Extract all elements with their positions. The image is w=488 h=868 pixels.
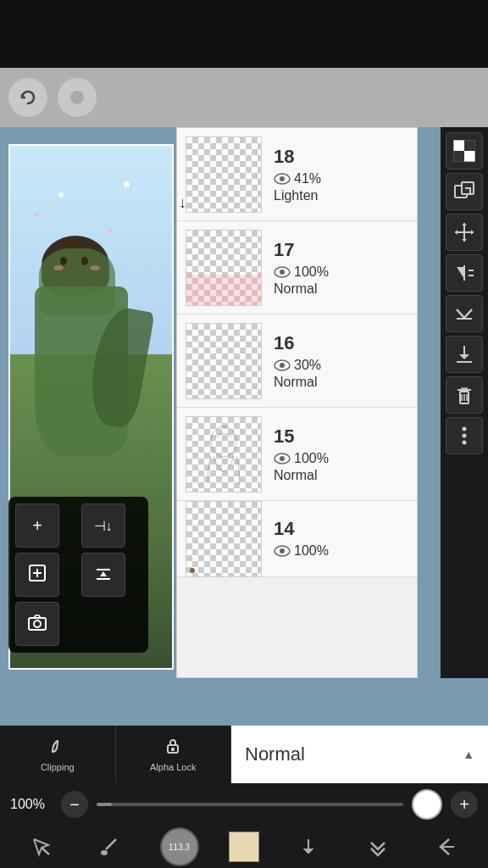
layer-thumbnail [186,230,262,306]
svg-point-14 [211,426,236,457]
plus-square-icon [27,563,47,587]
layer-row[interactable]: 15 100% Normal [177,408,417,501]
layer-thumbnail [186,136,262,213]
svg-line-44 [106,839,116,849]
dropdown-arrow-icon: ▲ [463,748,474,761]
svg-point-40 [463,441,467,445]
svg-rect-19 [453,140,464,151]
zoom-bar: 100% − + [0,783,488,826]
brush-size-value: 113.3 [169,843,190,852]
layer-opacity: 100% [294,451,329,466]
camera-icon [27,614,47,635]
alpha-lock-label: Alpha Lock [150,762,196,772]
plus-icon: + [32,516,42,536]
move-down-button[interactable] [289,830,328,864]
layer-number: 14 [274,518,413,540]
add-layer-button[interactable]: + [15,504,59,548]
zoom-percentage: 100% [10,797,53,812]
minus-icon: − [69,795,80,815]
layer-row[interactable]: 17 100% Normal [177,221,417,314]
clipping-button[interactable]: Clipping [0,726,116,783]
visibility-icon [274,453,291,465]
main-canvas-area: + ⊣↓ [0,127,488,788]
clipping-icon [48,737,67,760]
layer-opacity: 30% [294,358,321,373]
color-swatch-nav[interactable] [229,832,259,862]
layer-opacity: 100% [294,264,329,280]
svg-rect-20 [464,140,475,151]
layer-blend-mode: Normal [274,375,413,390]
toolbar-row [0,68,488,127]
color-swatch[interactable] [412,789,442,820]
left-tools-panel: + ⊣↓ [8,497,148,653]
flatten-icon [93,563,114,587]
layer-15-sketch [186,417,261,492]
bottom-nav: 113.3 [0,826,488,868]
delete-button[interactable] [446,376,483,414]
reference-button[interactable] [446,173,483,210]
svg-point-0 [70,91,84,104]
svg-point-16 [280,456,285,461]
visibility-icon [274,359,291,371]
checkerboard-button[interactable] [446,132,483,170]
brush-tool-button[interactable] [91,830,130,864]
layer-info: 14 100% [270,511,417,567]
layer-opacity: 100% [294,543,329,559]
svg-rect-42 [171,748,175,751]
camera-button[interactable] [15,602,59,646]
layer-info: 15 100% Normal [270,419,417,490]
plus-icon: + [459,795,469,815]
svg-point-18 [280,548,285,554]
selection-tool-button[interactable] [22,830,61,864]
layer-info: 17 100% Normal [270,232,417,303]
add-adjustment-button[interactable] [15,553,59,597]
top-black-bar [0,0,488,68]
back-button[interactable] [427,830,466,864]
right-tools-panel [441,127,488,678]
visibility-icon [274,266,291,278]
transform-button[interactable] [446,214,483,251]
svg-line-43 [42,848,49,854]
brush-size-indicator[interactable]: 113.3 [160,827,199,866]
svg-point-11 [280,270,285,275]
layer-blend-mode: Normal [274,281,413,297]
layer-number: 16 [274,332,413,354]
svg-rect-21 [453,151,464,162]
clip-indicator: ↓ [179,194,186,212]
merge-button[interactable]: ⊣↓ [81,504,125,548]
layer-row[interactable]: 16 30% Normal [177,314,417,408]
layer-blend-mode: Normal [274,468,413,483]
blend-mode-dropdown[interactable]: Normal ▲ [231,726,488,783]
svg-point-13 [280,363,285,368]
zoom-plus-button[interactable]: + [451,791,478,818]
merge-icon: ⊣↓ [94,518,113,534]
zoom-minus-button[interactable]: − [61,791,88,818]
more-options-button[interactable] [446,417,483,454]
svg-point-39 [463,434,467,438]
alpha-lock-icon [164,737,182,760]
layer-row[interactable]: 18 41% Lighten ↓ [177,128,417,221]
undo-button[interactable] [8,78,47,117]
alpha-lock-button[interactable]: Alpha Lock [116,726,232,783]
layers-panel: 18 41% Lighten ↓ 17 [176,127,418,678]
more-button[interactable] [58,78,97,117]
svg-point-9 [280,176,285,181]
flatten-button[interactable] [81,553,125,597]
expand-down-button[interactable] [358,830,397,864]
layer-number: 15 [274,426,413,448]
visibility-icon [274,173,291,185]
zoom-slider[interactable] [97,803,403,806]
layer-thumbnail [186,416,262,492]
flip-button[interactable] [446,254,483,292]
overflow-button[interactable] [446,295,483,332]
svg-point-45 [101,850,108,855]
svg-point-38 [463,427,467,431]
layer-info: 16 30% Normal [270,326,417,397]
blend-mode-bar: Clipping Alpha Lock Normal ▲ [0,726,488,783]
blend-mode-value: Normal [245,743,305,765]
layer-row[interactable]: 14 100% [177,501,417,577]
clipping-label: Clipping [41,762,75,772]
layer-14-dot [190,568,195,573]
layer-info: 18 41% Lighten [270,139,417,210]
download-button[interactable] [446,336,483,373]
